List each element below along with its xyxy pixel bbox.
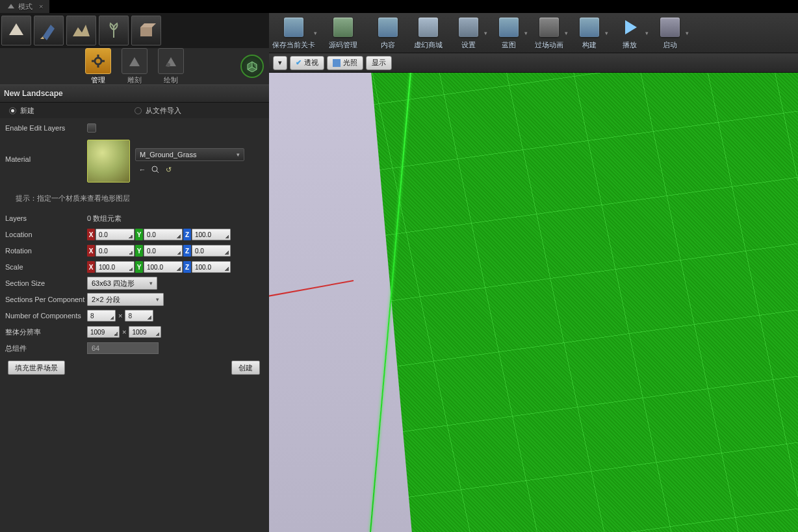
rotation-x-field[interactable]: 0.0 bbox=[96, 245, 135, 257]
num-components-y-field[interactable]: 8 bbox=[125, 310, 153, 322]
viewport-viewmode-dropdown[interactable]: 光照 bbox=[327, 56, 363, 70]
cinematics-icon bbox=[539, 18, 559, 37]
label-rotation: Rotation bbox=[4, 247, 87, 255]
toolbar-build[interactable]: 构建▾ bbox=[569, 13, 610, 53]
label-scale: Scale bbox=[4, 263, 87, 271]
save-icon bbox=[284, 18, 303, 37]
toolbar-content[interactable]: 内容 bbox=[368, 13, 408, 53]
label-number-of-components: Number of Components bbox=[4, 312, 87, 320]
multiply-label: × bbox=[121, 328, 127, 336]
resolution-x-field[interactable]: 1009 bbox=[87, 326, 120, 338]
chevron-down-icon[interactable]: ▾ bbox=[686, 30, 689, 36]
axis-y-icon: Y bbox=[135, 261, 143, 273]
section-size-dropdown[interactable]: 63x63 四边形 bbox=[87, 277, 157, 290]
chevron-down-icon[interactable]: ▾ bbox=[645, 30, 649, 36]
marketplace-icon bbox=[418, 18, 438, 37]
panel-tab-modes[interactable]: 模式 × bbox=[0, 0, 49, 13]
modes-panel: 管理 雕刻 绘制 New Landscape 新建 从文件导入 Enable E… bbox=[0, 13, 269, 532]
scale-y-field[interactable]: 100.0 bbox=[144, 261, 183, 273]
toolbar-play[interactable]: 播放▾ bbox=[610, 13, 650, 53]
label-section-size: Section Size bbox=[4, 279, 87, 287]
chevron-down-icon[interactable]: ▾ bbox=[565, 30, 568, 36]
material-name: M_Ground_Grass bbox=[140, 151, 196, 158]
resolution-y-field[interactable]: 1009 bbox=[129, 326, 161, 338]
scale-x-field[interactable]: 100.0 bbox=[96, 261, 135, 273]
sculpt-icon bbox=[127, 53, 142, 69]
num-components-x-field[interactable]: 8 bbox=[87, 310, 116, 322]
reset-icon[interactable]: ↺ bbox=[164, 165, 173, 174]
checkbox-enable-edit-layers[interactable] bbox=[87, 123, 96, 133]
svg-point-6 bbox=[166, 63, 170, 67]
search-icon[interactable] bbox=[151, 165, 160, 174]
mode-place[interactable] bbox=[1, 16, 31, 45]
sections-per-component-dropdown[interactable]: 2×2 分段 bbox=[87, 293, 164, 306]
scale-z-field[interactable]: 100.0 bbox=[192, 261, 231, 273]
subtab-label: 管理 bbox=[91, 75, 105, 85]
subtab-manage[interactable]: 管理 bbox=[81, 48, 115, 85]
subtab-label: 雕刻 bbox=[127, 75, 142, 85]
svg-point-1 bbox=[95, 58, 101, 64]
cube-icon bbox=[246, 60, 258, 72]
rotation-y-field[interactable]: 0.0 bbox=[144, 245, 183, 257]
create-import-radios: 新建 从文件导入 bbox=[0, 103, 269, 118]
label-enable-edit-layers: Enable Edit Layers bbox=[4, 124, 87, 132]
axis-z-icon: Z bbox=[183, 245, 191, 257]
chevron-down-icon[interactable]: ▾ bbox=[484, 30, 487, 36]
modes-tab-icon bbox=[6, 2, 16, 11]
chevron-down-icon[interactable]: ▾ bbox=[314, 30, 317, 36]
material-hint: 提示：指定一个材质来查看地形图层 bbox=[4, 187, 265, 210]
right-area: 保存当前关卡▾ 源码管理 内容 虚幻商城 设置▾ 蓝图▾ 过场动画▾ 构建▾ 播… bbox=[269, 13, 798, 532]
check-icon: ✔ bbox=[296, 58, 302, 67]
mode-landscape[interactable] bbox=[66, 16, 96, 45]
editor-mode-buttons bbox=[0, 13, 269, 48]
blueprint-icon bbox=[499, 18, 519, 37]
chevron-down-icon[interactable]: ▾ bbox=[524, 30, 528, 36]
subtab-paint[interactable]: 绘制 bbox=[154, 48, 188, 85]
gear-icon bbox=[90, 53, 106, 69]
axis-x-icon: X bbox=[87, 245, 95, 257]
mode-mesh[interactable] bbox=[131, 16, 161, 45]
arrow-back-icon[interactable]: ← bbox=[138, 165, 147, 174]
location-x-field[interactable]: 0.0 bbox=[96, 229, 135, 240]
mode-paint[interactable] bbox=[34, 16, 64, 45]
svg-line-8 bbox=[157, 171, 159, 173]
landscape-properties: Enable Edit Layers Material M_Ground_Gra… bbox=[0, 118, 269, 532]
radio-import[interactable]: 从文件导入 bbox=[135, 106, 260, 116]
svg-rect-0 bbox=[140, 27, 152, 36]
location-y-field[interactable]: 0.0 bbox=[144, 229, 183, 240]
content-icon bbox=[378, 18, 398, 37]
level-viewport[interactable]: ▾ ✔透视 光照 显示 bbox=[269, 53, 798, 532]
radio-dot-icon bbox=[9, 107, 16, 114]
toolbar-settings[interactable]: 设置▾ bbox=[448, 13, 489, 53]
viewport-options-dropdown[interactable]: ▾ bbox=[273, 56, 287, 70]
subtab-sculpt[interactable]: 雕刻 bbox=[118, 48, 151, 85]
rotation-z-field[interactable]: 0.0 bbox=[192, 245, 231, 257]
toolbar-marketplace[interactable]: 虚幻商城 bbox=[408, 13, 448, 53]
toolbar-launch[interactable]: 启动▾ bbox=[650, 13, 690, 53]
radio-label: 新建 bbox=[20, 106, 34, 116]
toolbar-source-control[interactable]: 源码管理 bbox=[318, 13, 368, 53]
layers-count: 0 数组元素 bbox=[87, 214, 122, 223]
build-icon bbox=[580, 18, 599, 37]
viewport-show-dropdown[interactable]: 显示 bbox=[366, 56, 392, 70]
toolbar-cinematics[interactable]: 过场动画▾ bbox=[529, 13, 569, 53]
material-thumbnail[interactable] bbox=[87, 140, 130, 183]
mode-foliage[interactable] bbox=[99, 16, 129, 45]
create-landscape-button[interactable]: 创建 bbox=[231, 361, 260, 375]
location-z-field[interactable]: 100.0 bbox=[192, 229, 231, 240]
toolbar-save[interactable]: 保存当前关卡▾ bbox=[269, 13, 318, 53]
label-material: Material bbox=[4, 140, 87, 163]
viewport-toolbar: ▾ ✔透视 光照 显示 bbox=[269, 53, 798, 73]
material-dropdown[interactable]: M_Ground_Grass bbox=[135, 148, 244, 161]
toolbar-blueprints[interactable]: 蓝图▾ bbox=[489, 13, 529, 53]
tab-title: 模式 bbox=[18, 2, 32, 12]
fill-world-button[interactable]: 填充世界场景 bbox=[8, 361, 65, 375]
paint-icon bbox=[163, 53, 179, 69]
viewport-perspective-dropdown[interactable]: ✔透视 bbox=[290, 56, 324, 70]
chevron-down-icon[interactable]: ▾ bbox=[605, 30, 608, 36]
tab-close-icon[interactable]: × bbox=[39, 3, 43, 10]
landscape-gizmo-button[interactable] bbox=[240, 55, 264, 78]
axis-y-icon: Y bbox=[135, 229, 143, 240]
radio-create[interactable]: 新建 bbox=[9, 106, 135, 116]
axis-x-icon: X bbox=[87, 229, 95, 240]
